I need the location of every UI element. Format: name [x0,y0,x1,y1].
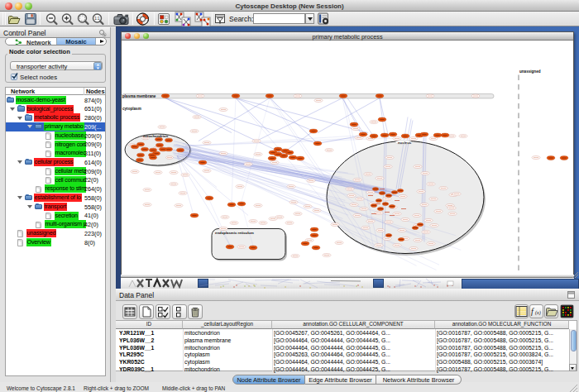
svg-text:endoplasmic reticulum: endoplasmic reticulum [215,231,254,235]
svg-text:mitochondrion: mitochondrion [143,134,168,138]
svg-text:unassigned: unassigned [519,69,541,73]
svg-text:cytoplasm: cytoplasm [122,106,141,110]
svg-text:f: f [531,307,534,316]
svg-text:1:1: 1:1 [94,17,100,21]
svg-text:plasma membrane: plasma membrane [122,94,156,98]
svg-text:(x): (x) [535,310,541,316]
svg-text:nucleus: nucleus [398,141,412,145]
